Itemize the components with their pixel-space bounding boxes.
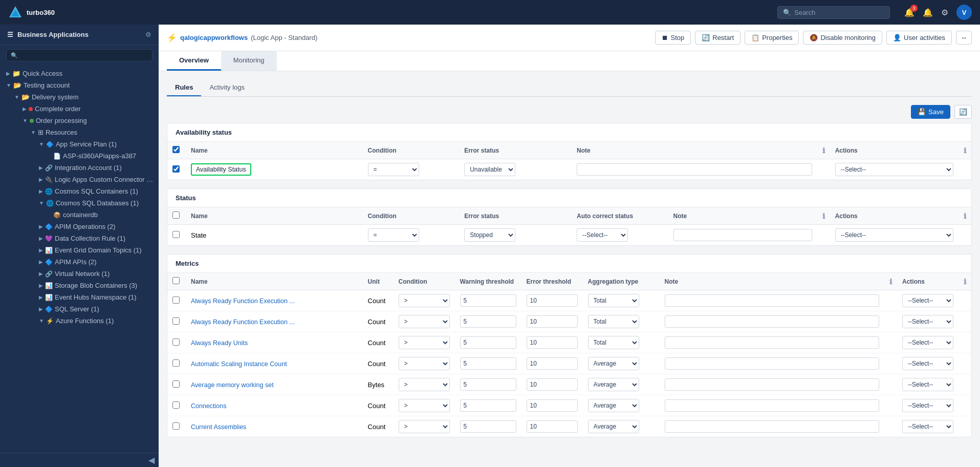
sidebar-item-delivery-system[interactable]: ▼ 📂 Delivery system [0, 91, 159, 103]
metrics-row-1-checkbox[interactable] [172, 317, 180, 325]
metrics-row-1-name[interactable]: Always Ready Function Execution ... [191, 319, 295, 326]
metrics-row-3-note[interactable] [665, 357, 879, 370]
metrics-row-1-condition[interactable]: > [399, 315, 450, 328]
metrics-row-2-note[interactable] [665, 336, 879, 349]
metrics-select-all[interactable] [172, 277, 180, 284]
app-logo[interactable]: turbo360 [8, 5, 55, 19]
stop-button[interactable]: ⏹ Stop [655, 31, 691, 45]
sidebar-item-order-processing[interactable]: ▼ Order processing [0, 115, 159, 126]
metrics-row-5-condition[interactable]: > [399, 399, 450, 412]
status-row-0-checkbox[interactable] [172, 231, 180, 238]
sidebar-collapse-button[interactable]: ◀ [148, 455, 155, 465]
availability-actions-info-icon[interactable]: ℹ [964, 146, 966, 155]
sidebar-item-storage-blob[interactable]: ▶ 📊 Storage Blob Containers (3) [0, 280, 159, 291]
metrics-row-0-checkbox[interactable] [172, 296, 180, 304]
sidebar-item-testing-account[interactable]: ▼ 📂 Testing account [0, 79, 159, 91]
tab-rules[interactable]: Rules [167, 79, 201, 96]
metrics-row-3-actions[interactable]: --Select-- [902, 357, 953, 370]
sidebar-item-quick-access[interactable]: ▶ 📁 Quick Access [0, 68, 159, 79]
sidebar-item-asp[interactable]: ▶ 📄 ASP-sl360APiapps-a387 [0, 150, 159, 162]
save-button[interactable]: 💾 Save [911, 105, 950, 119]
metrics-row-2-actions[interactable]: --Select-- [902, 336, 953, 349]
metrics-row-2-warning[interactable] [460, 336, 516, 349]
metrics-row-4-error[interactable] [527, 378, 578, 391]
availability-select-all[interactable] [172, 146, 180, 153]
global-search[interactable]: 🔍 [777, 6, 890, 19]
metrics-row-4-aggregation[interactable]: Average [588, 378, 639, 391]
sidebar-item-app-service-plan[interactable]: ▼ 🔷 App Service Plan (1) [0, 138, 159, 150]
metrics-row-1-warning[interactable] [460, 315, 516, 328]
availability-row-0-error-status[interactable]: Unavailable [464, 163, 515, 176]
metrics-row-6-condition[interactable]: > [399, 420, 450, 433]
availability-row-0-checkbox[interactable] [172, 165, 180, 173]
status-select-all[interactable] [172, 211, 180, 219]
metrics-row-5-warning[interactable] [460, 399, 516, 412]
metrics-row-0-actions[interactable]: --Select-- [902, 294, 953, 307]
restart-button[interactable]: 🔄 Restart [695, 31, 741, 45]
metrics-row-0-note[interactable] [665, 294, 879, 307]
metrics-row-5-note[interactable] [665, 399, 879, 412]
tab-monitoring[interactable]: Monitoring [221, 51, 277, 71]
metrics-note-info-icon[interactable]: ℹ [889, 278, 892, 286]
metrics-row-6-note[interactable] [665, 420, 879, 433]
sidebar-item-apim-apis[interactable]: ▶ 🔷 APIM APIs (2) [0, 256, 159, 268]
availability-row-0-actions[interactable]: --Select-- [835, 163, 953, 176]
metrics-row-1-error[interactable] [527, 315, 578, 328]
metrics-row-3-condition[interactable]: > [399, 357, 450, 370]
metrics-row-3-warning[interactable] [460, 357, 516, 370]
sidebar-item-resources[interactable]: ▼ ⊞ Resources [0, 126, 159, 138]
metrics-row-4-name[interactable]: Average memory working set [191, 381, 274, 389]
sidebar-item-azure-functions[interactable]: ▼ ⚡ Azure Functions (1) [0, 315, 159, 327]
tab-activity-logs[interactable]: Activity logs [201, 79, 253, 96]
availability-row-0-condition[interactable]: = [368, 163, 419, 176]
metrics-row-3-name[interactable]: Automatic Scaling Instance Count [191, 360, 287, 368]
sidebar-item-integration-account[interactable]: ▶ 🔗 Integration Account (1) [0, 162, 159, 174]
metrics-row-6-actions[interactable]: --Select-- [902, 420, 953, 433]
metrics-row-0-warning[interactable] [460, 294, 516, 307]
sidebar-item-cosmos-sql-containers[interactable]: ▶ 🌐 Cosmos SQL Containers (1) [0, 185, 159, 197]
metrics-row-1-aggregation[interactable]: Total [588, 315, 639, 328]
metrics-row-6-checkbox[interactable] [172, 422, 180, 430]
sidebar-item-event-grid-domain[interactable]: ▶ 📊 Event Grid Domain Topics (1) [0, 244, 159, 256]
status-row-0-auto-correct[interactable]: --Select-- [577, 228, 628, 242]
sidebar-item-complete-order[interactable]: ▶ Complete order [0, 103, 159, 115]
metrics-row-2-aggregation[interactable]: Total [588, 336, 639, 349]
metrics-row-5-error[interactable] [527, 399, 578, 412]
metrics-row-2-checkbox[interactable] [172, 338, 180, 346]
user-avatar[interactable]: V [956, 5, 972, 20]
metrics-row-4-checkbox[interactable] [172, 380, 180, 388]
sidebar-item-event-hubs[interactable]: ▶ 📊 Event Hubs Namespace (1) [0, 291, 159, 303]
status-row-0-condition[interactable]: = [368, 228, 419, 242]
availability-note-info-icon[interactable]: ℹ [822, 146, 825, 155]
metrics-row-3-aggregation[interactable]: Average [588, 357, 639, 370]
status-row-0-actions[interactable]: --Select-- [835, 228, 953, 242]
alerts-icon[interactable]: 🔔 [923, 8, 933, 17]
metrics-row-2-error[interactable] [527, 336, 578, 349]
more-options-button[interactable]: ↔ [956, 31, 972, 45]
metrics-row-5-name[interactable]: Connections [191, 402, 227, 410]
metrics-row-5-actions[interactable]: --Select-- [902, 399, 953, 412]
metrics-row-0-aggregation[interactable]: Total [588, 294, 639, 307]
refresh-button[interactable]: 🔄 [954, 105, 972, 119]
metrics-row-0-error[interactable] [527, 294, 578, 307]
metrics-row-1-note[interactable] [665, 315, 879, 328]
sidebar-search-box[interactable]: 🔍 [6, 49, 153, 61]
metrics-row-1-actions[interactable]: --Select-- [902, 315, 953, 328]
metrics-row-0-condition[interactable]: > [399, 294, 450, 307]
metrics-row-5-aggregation[interactable]: Average [588, 399, 639, 412]
sidebar-item-apim-operations[interactable]: ▶ 🔷 APIM Operations (2) [0, 221, 159, 232]
sidebar-item-virtual-network[interactable]: ▶ 🔗 Virtual Network (1) [0, 268, 159, 280]
availability-row-0-note[interactable] [577, 163, 812, 176]
metrics-row-6-aggregation[interactable]: Average [588, 420, 639, 433]
settings-icon[interactable]: ⚙ [941, 8, 948, 17]
metrics-actions-info-icon[interactable]: ℹ [964, 278, 966, 286]
properties-button[interactable]: 📋 Properties [745, 31, 799, 45]
sidebar-search-input[interactable] [21, 52, 148, 59]
metrics-row-3-error[interactable] [527, 357, 578, 370]
sidebar-item-sql-server[interactable]: ▶ 🔷 SQL Server (1) [0, 303, 159, 315]
user-activities-button[interactable]: 👤 User activities [886, 31, 952, 45]
tab-overview[interactable]: Overview [167, 51, 221, 71]
metrics-row-4-condition[interactable]: > [399, 378, 450, 391]
metrics-row-4-note[interactable] [665, 378, 879, 391]
sidebar-item-containerdb[interactable]: ▶ 📦 containerdb [0, 209, 159, 221]
